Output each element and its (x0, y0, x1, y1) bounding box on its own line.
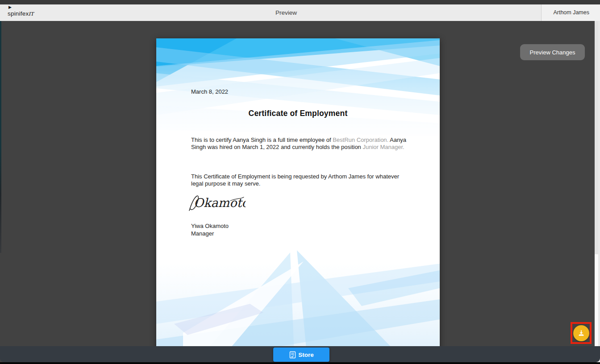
page-title: Preview (275, 4, 297, 21)
store-button[interactable]: Store (273, 347, 329, 362)
download-tray-icon (577, 329, 586, 338)
logo-suffix: IT (29, 10, 34, 17)
signature-text: Okamoto (194, 196, 246, 210)
signatory-block: Yiwa Okamoto Manager (191, 222, 229, 237)
signatory-name: Yiwa Okamoto (191, 222, 229, 230)
download-annotation-box (571, 322, 592, 344)
spinifexit-logo[interactable]: ▶ spinifexIT (8, 5, 34, 17)
window-top-strip (0, 0, 600, 4)
preview-canvas: March 8, 2022 Certificate of Employment … (0, 21, 600, 364)
certificate-paragraph-2: This Certificate of Employment is being … (191, 173, 407, 188)
app-header: ▶ spinifexIT Preview Arthom James (0, 4, 600, 21)
logo-text: spinifex (8, 10, 29, 17)
scrollbar-thumb[interactable] (595, 21, 598, 254)
certificate-title: Certificate of Employment (156, 109, 440, 118)
store-button-label: Store (296, 352, 316, 358)
window-right-edge (598, 21, 600, 364)
certificate-paragraph-1: This is to certify Aanya Singh is a full… (191, 136, 407, 151)
signature-image: Okamoto (188, 191, 246, 216)
certificate-document: March 8, 2022 Certificate of Employment … (156, 38, 440, 364)
background-window-sliver (0, 21, 1, 253)
bottom-action-bar: Store (0, 346, 600, 362)
certificate-date: March 8, 2022 (191, 88, 228, 95)
screen-bottom-strip (0, 362, 600, 364)
play-triangle-icon: ▶ (8, 5, 34, 9)
download-button[interactable] (573, 325, 589, 341)
clipboard-check-icon (289, 351, 296, 359)
user-name: Arthom James (553, 9, 589, 16)
user-menu[interactable]: Arthom James (541, 4, 600, 21)
signatory-title: Manager (191, 230, 229, 237)
preview-changes-button[interactable]: Preview Changes (520, 44, 585, 60)
scrollbar-track[interactable] (595, 21, 598, 362)
